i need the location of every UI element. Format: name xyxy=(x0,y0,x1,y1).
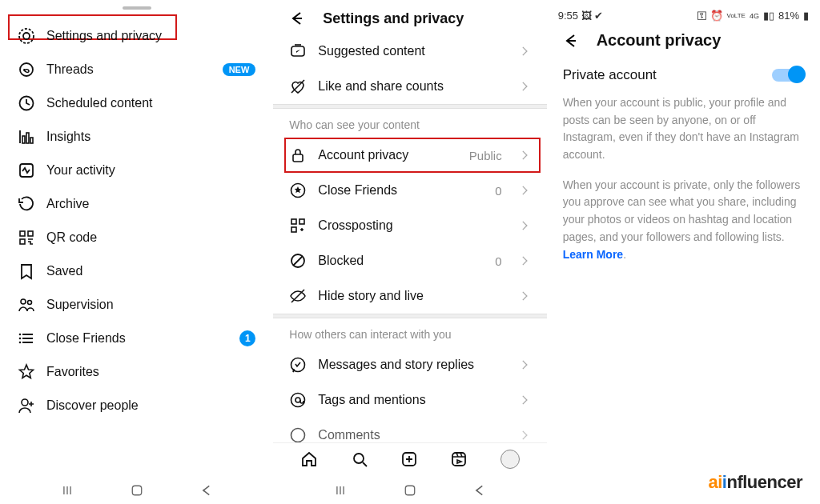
saved-icon xyxy=(18,262,35,280)
row-insights[interactable]: Insights xyxy=(0,120,273,154)
status-bar: 9:55 🖼 ✔ ⚿ ⏰ VoLTE 4G ▮▯ 81% ▮ xyxy=(547,6,820,23)
chevron-right-icon xyxy=(518,358,531,371)
row-scheduled[interactable]: Scheduled content xyxy=(0,86,273,120)
label: QR code xyxy=(46,230,97,245)
row-close-friends[interactable]: Close Friends 0 xyxy=(273,173,546,208)
back-icon[interactable] xyxy=(199,483,214,498)
learn-more-link[interactable]: Learn More xyxy=(563,248,623,261)
panel-settings: Settings and privacy Suggested content L… xyxy=(273,0,546,504)
chevron-right-icon xyxy=(518,45,531,58)
create-icon[interactable] xyxy=(400,450,418,468)
row-hide-story[interactable]: Hide story and live xyxy=(273,278,546,314)
qr-icon xyxy=(18,229,35,246)
home-icon[interactable] xyxy=(403,483,417,498)
label: Insights xyxy=(46,130,90,144)
threads-icon xyxy=(18,61,35,78)
row-settings-privacy[interactable]: Settings and privacy xyxy=(0,19,273,53)
badge-new: NEW xyxy=(223,63,256,76)
private-label: Private account xyxy=(563,67,657,83)
panel-menu: Settings and privacy Threads NEW Schedul… xyxy=(0,0,273,504)
row-messages[interactable]: Messages and story replies xyxy=(273,347,546,382)
row-discover[interactable]: Discover people xyxy=(0,389,273,422)
home-icon[interactable] xyxy=(130,483,144,498)
label: Archive xyxy=(46,197,89,211)
back-icon[interactable] xyxy=(287,10,305,27)
activity-icon xyxy=(18,162,35,179)
section-who-can-see: Who can see your content xyxy=(273,109,546,138)
label: Threads xyxy=(46,62,94,77)
clock-icon xyxy=(18,94,35,112)
row-archive[interactable]: Archive xyxy=(0,187,273,221)
badge-count: 1 xyxy=(239,330,255,346)
panel-account-privacy: 9:55 🖼 ✔ ⚿ ⏰ VoLTE 4G ▮▯ 81% ▮ Account p… xyxy=(547,0,820,504)
label: Close Friends xyxy=(318,183,397,198)
label: Discover people xyxy=(46,398,139,413)
chevron-right-icon xyxy=(518,219,531,232)
recents-icon[interactable] xyxy=(333,483,348,498)
label: Supervision xyxy=(46,298,114,312)
watermark: aiinfluencer xyxy=(708,472,802,493)
status-time: 9:55 🖼 ✔ xyxy=(558,10,604,22)
label: Favorites xyxy=(46,365,99,379)
page-title: Account privacy xyxy=(597,31,722,50)
lock-icon xyxy=(289,146,307,164)
back-icon[interactable] xyxy=(561,32,579,50)
block-icon xyxy=(289,252,307,270)
search-icon[interactable] xyxy=(351,450,368,468)
section-interact: How others can interact with you xyxy=(273,318,546,347)
archive-icon xyxy=(18,195,35,213)
description-private: When your account is private, only the f… xyxy=(563,177,804,263)
row-close-friends[interactable]: Close Friends 1 xyxy=(0,322,273,355)
chevron-right-icon xyxy=(518,429,531,442)
profile-avatar[interactable] xyxy=(500,450,520,469)
gear-icon xyxy=(18,27,35,45)
label: Blocked xyxy=(318,254,364,268)
row-crossposting[interactable]: Crossposting xyxy=(273,208,546,243)
back-icon[interactable] xyxy=(472,483,487,498)
label: Account privacy xyxy=(318,148,408,162)
grid-icon xyxy=(289,217,307,234)
row-supervision[interactable]: Supervision xyxy=(0,288,273,322)
chevron-right-icon xyxy=(518,290,531,302)
supervision-icon xyxy=(18,296,35,314)
list-icon xyxy=(18,330,35,347)
android-nav xyxy=(0,475,273,498)
row-qr[interactable]: QR code xyxy=(0,221,273,254)
label: Suggested content xyxy=(318,44,424,58)
private-toggle[interactable] xyxy=(772,69,804,82)
value: 0 xyxy=(495,184,501,198)
comment-icon xyxy=(289,426,307,444)
body: Private account When your account is pub… xyxy=(547,62,820,278)
chevron-right-icon xyxy=(518,394,531,406)
value: 0 xyxy=(495,254,501,268)
label: Tags and mentions xyxy=(318,393,425,407)
row-suggested[interactable]: Suggested content xyxy=(273,34,546,69)
eye-off-icon xyxy=(289,287,307,305)
label: Close Friends xyxy=(46,331,126,346)
value: Public xyxy=(469,149,502,162)
instagram-nav xyxy=(273,442,546,470)
label: Like and share counts xyxy=(318,79,444,94)
row-blocked[interactable]: Blocked 0 xyxy=(273,243,546,278)
row-threads[interactable]: Threads NEW xyxy=(0,53,273,86)
row-account-privacy[interactable]: Account privacy Public xyxy=(273,138,546,173)
private-account-row: Private account xyxy=(563,64,804,94)
row-like-counts[interactable]: Like and share counts xyxy=(273,69,546,104)
row-tags[interactable]: Tags and mentions xyxy=(273,382,546,418)
row-favorites[interactable]: Favorites xyxy=(0,355,273,389)
label: Scheduled content xyxy=(46,96,153,110)
chevron-right-icon xyxy=(518,184,531,197)
recents-icon[interactable] xyxy=(60,483,74,498)
header: Settings and privacy xyxy=(273,6,546,34)
android-nav xyxy=(273,475,546,498)
label: Saved xyxy=(46,264,82,278)
chevron-right-icon xyxy=(518,80,531,93)
page-title: Settings and privacy xyxy=(323,10,464,27)
reels-icon[interactable] xyxy=(450,450,468,468)
at-icon xyxy=(289,391,307,409)
row-activity[interactable]: Your activity xyxy=(0,154,273,187)
row-saved[interactable]: Saved xyxy=(0,254,273,288)
home-icon[interactable] xyxy=(300,450,318,468)
label: Comments xyxy=(318,428,380,442)
status-right: ⚿ ⏰ VoLTE 4G ▮▯ 81% ▮ xyxy=(697,10,809,22)
